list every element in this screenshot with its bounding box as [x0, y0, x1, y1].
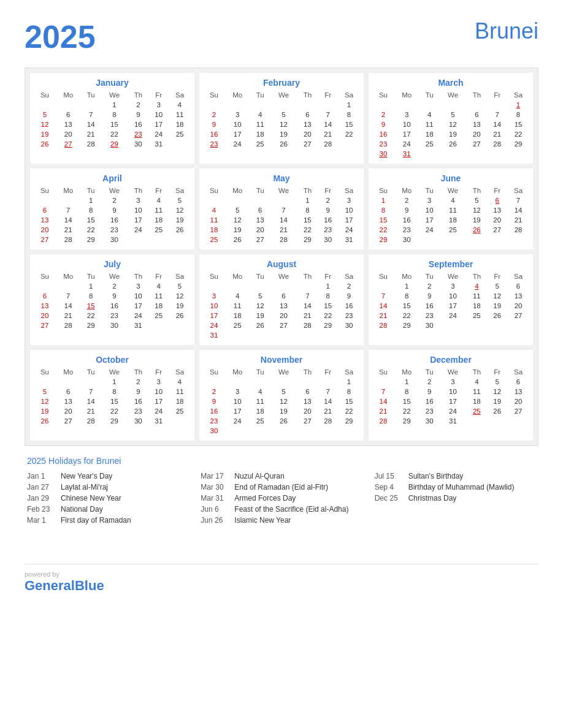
- calendar-day: 20: [297, 406, 318, 416]
- holiday-item: Jan 1New Year's Day: [27, 472, 188, 480]
- weekday-header: Tu: [250, 367, 270, 377]
- calendar-day: 15: [81, 215, 101, 225]
- month-box: MaySuMoTuWeThFrSa12345678910111213141516…: [199, 169, 364, 249]
- calendar-day: 1: [81, 281, 101, 291]
- calendar-day: [34, 100, 56, 110]
- calendar-day: 30: [101, 320, 128, 330]
- calendar-day: 22: [372, 225, 394, 235]
- month-table: SuMoTuWeThFrSa12345678910111213141516171…: [372, 90, 529, 159]
- calendar-day: [507, 149, 529, 159]
- calendar-day: [270, 377, 297, 387]
- weekday-header: Mo: [225, 271, 250, 281]
- calendar-day: 29: [101, 416, 128, 426]
- weekday-header: Su: [34, 367, 56, 377]
- calendar-day: 5: [466, 195, 487, 205]
- holiday-item: Jan 27Laylat al-Mi'raj: [27, 483, 188, 491]
- calendar-day: 19: [487, 301, 507, 311]
- calendar-day: 16: [372, 129, 394, 139]
- calendar-day: 2: [394, 195, 419, 205]
- calendar-day: 27: [34, 320, 56, 330]
- calendar-day: [34, 281, 56, 291]
- calendar-day: 4: [419, 110, 440, 119]
- calendar-day: 25: [169, 129, 191, 139]
- weekday-header: Su: [372, 271, 394, 281]
- calendar-day: 12: [487, 387, 507, 396]
- calendar-day: 9: [101, 291, 128, 301]
- calendar-day: 11: [148, 291, 169, 301]
- calendar-day: 21: [81, 406, 101, 416]
- weekday-header: Su: [203, 186, 225, 195]
- weekday-header: Sa: [338, 90, 360, 100]
- calendar-day: 2: [203, 110, 225, 119]
- calendar-day: 25: [148, 311, 169, 320]
- calendar-day: 12: [169, 205, 191, 215]
- calendar-day: 28: [81, 139, 101, 149]
- calendar-day: 5: [250, 291, 270, 301]
- weekday-header: Tu: [250, 90, 270, 100]
- calendar-day: [507, 416, 529, 426]
- calendar-day: 31: [148, 139, 169, 149]
- weekday-header: We: [440, 186, 466, 195]
- calendar-day: 9: [203, 119, 225, 129]
- calendar-day: 27: [507, 311, 529, 320]
- weekday-header: Su: [34, 186, 56, 195]
- weekday-header: Th: [128, 186, 148, 195]
- calendar-day: 4: [225, 291, 250, 301]
- calendar-day: 27: [487, 225, 507, 235]
- month-box: DecemberSuMoTuWeThFrSa123456789101112131…: [369, 350, 533, 441]
- calendar-day: 16: [419, 396, 440, 406]
- calendar-day: 25: [148, 225, 169, 235]
- calendar-day: 17: [148, 119, 169, 129]
- calendar-day: 30: [394, 235, 419, 245]
- weekday-header: Tu: [419, 186, 440, 195]
- calendar-day: 8: [372, 205, 394, 215]
- calendar-day: 30: [372, 149, 394, 159]
- weekday-header: Su: [372, 186, 394, 195]
- calendar-day: 2: [128, 377, 148, 387]
- weekday-header: Th: [466, 271, 487, 281]
- weekday-header: Mo: [394, 186, 419, 195]
- calendar-day: 8: [101, 110, 128, 119]
- calendar-day: [270, 281, 297, 291]
- calendar-day: 6: [250, 205, 270, 215]
- calendar-day: 19: [169, 215, 191, 225]
- brand-general: General: [25, 578, 75, 593]
- calendar-day: 19: [270, 129, 297, 139]
- weekday-header: We: [270, 186, 297, 195]
- calendar-day: 8: [81, 205, 101, 215]
- calendar-day: 20: [270, 311, 297, 320]
- calendar-day: 10: [419, 205, 440, 215]
- month-title: February: [203, 78, 360, 88]
- calendar-day: 9: [203, 396, 225, 406]
- calendar-day: 26: [169, 311, 191, 320]
- calendar-day: 15: [394, 396, 419, 406]
- month-title: September: [372, 259, 529, 269]
- calendar-day: 15: [318, 301, 338, 311]
- calendar-day: 13: [297, 119, 318, 129]
- calendar-day: 27: [56, 139, 81, 149]
- calendar-day: 9: [394, 205, 419, 215]
- calendar-day: 4: [148, 195, 169, 205]
- holiday-name: First day of Ramadan: [61, 516, 131, 525]
- calendar-day: 21: [270, 225, 297, 235]
- weekday-header: Mo: [56, 90, 81, 100]
- calendar-day: 4: [250, 110, 270, 119]
- calendar-day: 7: [372, 387, 394, 396]
- month-title: July: [34, 259, 191, 269]
- calendar-day: 23: [419, 311, 440, 320]
- calendar-day: 14: [81, 396, 101, 406]
- weekday-header: Tu: [419, 271, 440, 281]
- calendar-day: 2: [128, 100, 148, 110]
- calendar-day: 25: [466, 311, 487, 320]
- calendar-day: [440, 149, 466, 159]
- calendar-day: [34, 377, 56, 387]
- weekday-header: We: [440, 90, 466, 100]
- calendar-day: 7: [372, 291, 394, 301]
- calendar-day: 6: [297, 387, 318, 396]
- calendar-day: 11: [250, 119, 270, 129]
- calendar-day: 24: [203, 320, 225, 330]
- calendar-day: 9: [318, 205, 338, 215]
- calendar-day: 12: [169, 291, 191, 301]
- holiday-name: Sultan's Birthday: [408, 472, 464, 480]
- calendar-day: 29: [394, 320, 419, 330]
